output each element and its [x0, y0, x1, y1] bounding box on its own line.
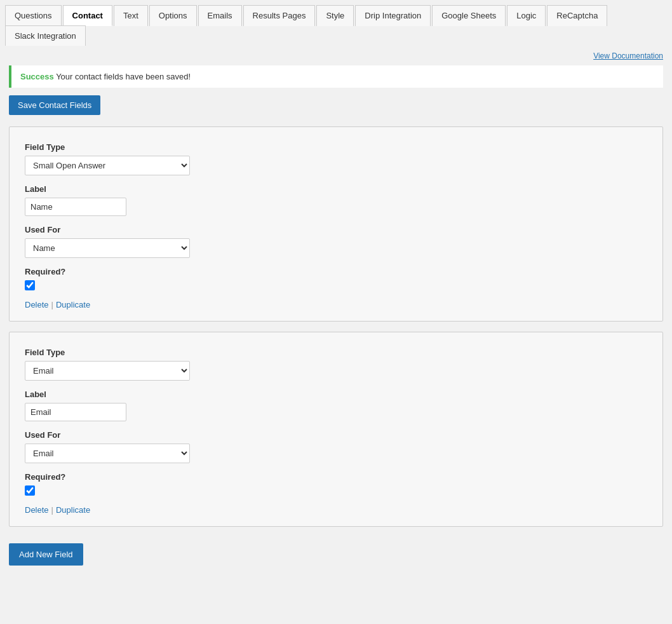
separator-1: |: [51, 505, 53, 515]
delete-link-1[interactable]: Delete: [25, 505, 49, 515]
tab-emails[interactable]: Emails: [198, 5, 242, 26]
used-for-label-1: Used For: [25, 430, 647, 440]
required-checkbox-1[interactable]: [25, 485, 35, 496]
tabs-row2: Slack Integration: [0, 25, 672, 45]
tab-recaptcha[interactable]: ReCaptcha: [547, 5, 607, 26]
field-type-label-1: Field Type: [25, 348, 647, 357]
field-type-label-0: Field Type: [25, 142, 647, 152]
field-type-select-1[interactable]: Small Open AnswerLarge Open AnswerEmailP…: [25, 361, 190, 381]
field-type-select-0[interactable]: Small Open AnswerLarge Open AnswerEmailP…: [25, 156, 190, 175]
tab-questions[interactable]: Questions: [5, 5, 62, 26]
add-new-field-button[interactable]: Add New Field: [9, 543, 83, 566]
success-message: Your contact fields have been saved!: [54, 72, 191, 81]
tab-options[interactable]: Options: [149, 5, 197, 26]
tab-drip-integration[interactable]: Drip Integration: [355, 5, 431, 26]
actions-row-0: Delete|Duplicate: [25, 300, 647, 309]
required-label-1: Required?: [25, 472, 647, 482]
save-contact-fields-button[interactable]: Save Contact Fields: [9, 95, 100, 115]
duplicate-link-0[interactable]: Duplicate: [56, 300, 90, 309]
tab-text[interactable]: Text: [114, 5, 148, 26]
label-label-0: Label: [25, 184, 647, 194]
field-card-0: Field TypeSmall Open AnswerLarge Open An…: [9, 126, 663, 322]
main-content: View Documentation Success Your contact …: [0, 45, 672, 617]
field-card-1: Field TypeSmall Open AnswerLarge Open An…: [9, 332, 663, 527]
tab-results-pages[interactable]: Results Pages: [243, 5, 316, 26]
tabs-row1: QuestionsContactTextOptionsEmailsResults…: [0, 0, 672, 25]
required-checkbox-0[interactable]: [25, 280, 35, 290]
used-for-select-1[interactable]: NameEmailPhoneNone: [25, 444, 190, 463]
required-row-0: Required?: [25, 267, 647, 292]
delete-link-0[interactable]: Delete: [25, 300, 49, 309]
label-label-1: Label: [25, 390, 647, 399]
tab-slack-integration[interactable]: Slack Integration: [5, 25, 86, 46]
view-documentation-link[interactable]: View Documentation: [9, 51, 663, 60]
tab-contact[interactable]: Contact: [63, 5, 112, 26]
label-input-1[interactable]: [25, 403, 126, 421]
tab-style[interactable]: Style: [316, 5, 354, 26]
required-label-0: Required?: [25, 267, 647, 276]
tab-google-sheets[interactable]: Google Sheets: [432, 5, 506, 26]
duplicate-link-1[interactable]: Duplicate: [56, 505, 90, 515]
success-notice: Success Your contact fields have been sa…: [9, 65, 663, 88]
tab-logic[interactable]: Logic: [507, 5, 546, 26]
fields-container: Field TypeSmall Open AnswerLarge Open An…: [9, 126, 663, 527]
success-label: Success: [20, 72, 54, 81]
actions-row-1: Delete|Duplicate: [25, 505, 647, 515]
label-input-0[interactable]: [25, 198, 126, 216]
required-row-1: Required?: [25, 472, 647, 498]
used-for-select-0[interactable]: NameEmailPhoneNone: [25, 238, 190, 258]
separator-0: |: [51, 300, 53, 309]
used-for-label-0: Used For: [25, 225, 647, 234]
